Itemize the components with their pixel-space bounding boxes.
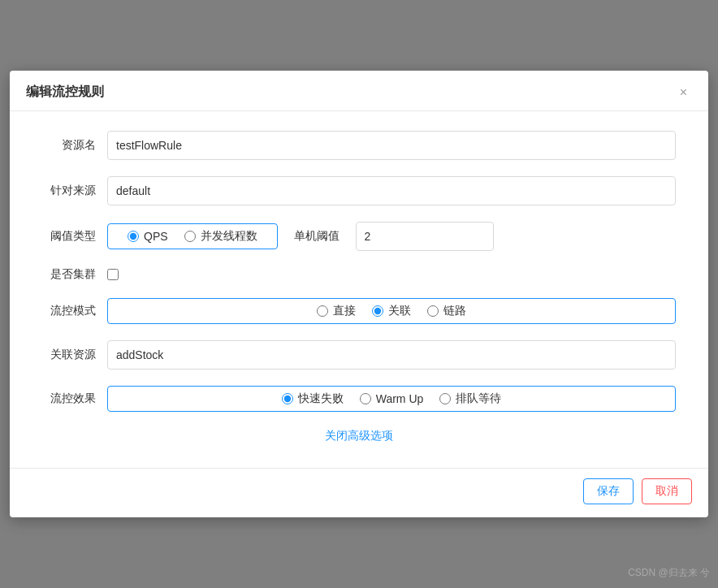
- chain-label: 链路: [443, 304, 466, 318]
- dialog-body: 资源名 针对来源 阈值类型: [10, 111, 708, 468]
- flow-mode-label: 流控模式: [42, 304, 107, 318]
- dialog: 编辑流控规则 × 资源名 针对来源 阈值类型: [10, 71, 708, 517]
- single-threshold-input[interactable]: [356, 222, 494, 251]
- source-row: 针对来源: [42, 176, 676, 205]
- source-input[interactable]: [107, 176, 676, 205]
- resource-input[interactable]: [107, 131, 676, 160]
- queue-label: 排队等待: [456, 391, 501, 406]
- threshold-type-row: 阈值类型 QPS 并发线程数 单: [42, 222, 676, 251]
- warm-up-label: Warm Up: [376, 392, 424, 405]
- fast-fail-radio-item[interactable]: 快速失败: [282, 391, 344, 406]
- warm-up-radio-item[interactable]: Warm Up: [360, 392, 424, 405]
- cluster-checkbox[interactable]: [107, 269, 119, 280]
- dialog-title: 编辑流控规则: [26, 84, 104, 101]
- qps-radio-item[interactable]: QPS: [128, 230, 168, 243]
- cluster-label: 是否集群: [42, 267, 107, 282]
- watermark: CSDN @归去来 兮: [628, 566, 710, 580]
- related-resource-input[interactable]: [107, 340, 676, 370]
- qps-label: QPS: [144, 230, 168, 243]
- flow-mode-box: 直接 关联 链路: [107, 298, 676, 324]
- direct-radio[interactable]: [317, 305, 328, 317]
- threshold-type-content: QPS 并发线程数 单机阈值: [107, 222, 676, 251]
- fast-fail-label: 快速失败: [298, 391, 344, 406]
- resource-content: [107, 131, 676, 160]
- related-resource-row: 关联资源: [42, 340, 676, 370]
- queue-radio-item[interactable]: 排队等待: [439, 391, 501, 406]
- threshold-type-box: QPS 并发线程数: [107, 223, 278, 249]
- threads-radio[interactable]: [184, 231, 196, 242]
- close-button[interactable]: ×: [675, 84, 692, 101]
- associate-radio[interactable]: [372, 305, 383, 317]
- threads-radio-item[interactable]: 并发线程数: [184, 229, 257, 244]
- cluster-row: 是否集群: [42, 267, 676, 282]
- flow-mode-row: 流控模式 直接 关联 链路: [42, 298, 676, 324]
- warm-up-radio[interactable]: [360, 393, 371, 404]
- flow-effect-box: 快速失败 Warm Up 排队等待: [107, 386, 676, 412]
- cluster-content: [107, 269, 676, 280]
- advanced-options-row: 关闭高级选项: [42, 428, 676, 443]
- chain-radio[interactable]: [427, 305, 439, 317]
- advanced-options-button[interactable]: 关闭高级选项: [325, 429, 393, 443]
- direct-label: 直接: [333, 304, 356, 318]
- flow-effect-content: 快速失败 Warm Up 排队等待: [107, 386, 676, 412]
- threshold-row: QPS 并发线程数 单机阈值: [107, 222, 676, 251]
- qps-radio[interactable]: [128, 231, 139, 242]
- dialog-footer: 保存 取消: [10, 468, 708, 517]
- associate-label: 关联: [388, 304, 411, 318]
- cluster-checkbox-item: [107, 269, 676, 280]
- chain-radio-item[interactable]: 链路: [427, 304, 466, 318]
- single-threshold-label: 单机阈值: [294, 229, 340, 244]
- direct-radio-item[interactable]: 直接: [317, 304, 356, 318]
- resource-row: 资源名: [42, 131, 676, 160]
- flow-mode-content: 直接 关联 链路: [107, 298, 676, 324]
- save-button[interactable]: 保存: [583, 478, 634, 504]
- queue-radio[interactable]: [439, 393, 451, 404]
- modal-overlay: 编辑流控规则 × 资源名 针对来源 阈值类型: [0, 0, 718, 588]
- associate-radio-item[interactable]: 关联: [372, 304, 411, 318]
- source-label: 针对来源: [42, 184, 107, 198]
- related-resource-content: [107, 340, 676, 370]
- cancel-button[interactable]: 取消: [642, 478, 692, 504]
- threshold-type-label: 阈值类型: [42, 229, 107, 244]
- flow-effect-label: 流控效果: [42, 391, 107, 406]
- fast-fail-radio[interactable]: [282, 393, 293, 404]
- source-content: [107, 176, 676, 205]
- threads-label: 并发线程数: [201, 229, 257, 244]
- flow-effect-row: 流控效果 快速失败 Warm Up 排队等待: [42, 386, 676, 412]
- resource-label: 资源名: [42, 138, 107, 153]
- related-resource-label: 关联资源: [42, 348, 107, 362]
- dialog-header: 编辑流控规则 ×: [10, 71, 708, 111]
